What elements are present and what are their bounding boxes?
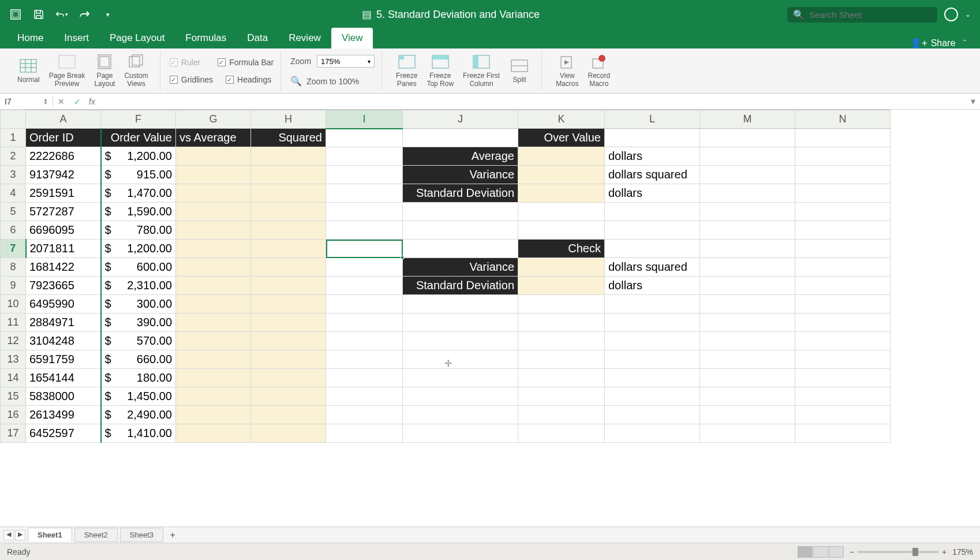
cell-J5[interactable] <box>403 203 518 221</box>
cell-M16[interactable] <box>700 406 795 424</box>
row-header-2[interactable]: 2 <box>1 147 26 166</box>
search-input[interactable] <box>809 10 932 20</box>
headings-checkbox[interactable]: Headings <box>226 74 271 85</box>
cell-K13[interactable] <box>518 350 605 369</box>
cell-N12[interactable] <box>795 332 891 350</box>
cell-A13[interactable]: 6591759 <box>26 350 101 369</box>
cell-G17[interactable] <box>176 424 251 443</box>
page-break-button[interactable]: Page Break Preview <box>44 51 90 89</box>
cell-K9[interactable] <box>518 277 605 295</box>
cell-H10[interactable] <box>251 295 326 313</box>
zoom-percent[interactable]: 175% <box>952 547 973 557</box>
cell-L2[interactable]: dollars <box>605 147 700 166</box>
cell-G3[interactable] <box>176 166 251 184</box>
cell-H9[interactable] <box>251 277 326 295</box>
cell-K10[interactable] <box>518 295 605 313</box>
col-header-A[interactable]: A <box>26 110 101 129</box>
spreadsheet-grid[interactable]: AFGHIJKLMN1Order IDOrder Valuevs Average… <box>0 110 980 443</box>
cell-M4[interactable] <box>700 184 795 203</box>
cell-F13[interactable]: $660.00 <box>101 350 176 369</box>
cell-G13[interactable] <box>176 350 251 369</box>
cell-H1[interactable]: Squared <box>251 129 326 147</box>
view-macros-button[interactable]: View Macros <box>551 51 583 89</box>
sheet-tab-1[interactable]: Sheet1 <box>28 528 72 542</box>
cell-F7[interactable]: $1,200.00 <box>101 240 176 258</box>
qat-dropdown-icon[interactable]: ▾ <box>102 8 114 21</box>
cell-A15[interactable]: 5838000 <box>26 387 101 406</box>
cell-I2[interactable] <box>326 147 403 166</box>
cell-K2[interactable] <box>518 147 605 166</box>
cell-N7[interactable] <box>795 240 891 258</box>
cancel-formula-icon[interactable]: ✕ <box>53 97 69 106</box>
zoom-slider[interactable]: − + <box>850 547 947 557</box>
add-sheet-button[interactable]: + <box>166 530 179 540</box>
cell-M9[interactable] <box>700 277 795 295</box>
cell-G9[interactable] <box>176 277 251 295</box>
cell-G5[interactable] <box>176 203 251 221</box>
cell-G7[interactable] <box>176 240 251 258</box>
formula-input[interactable] <box>99 94 966 109</box>
cell-I4[interactable] <box>326 184 403 203</box>
cell-I7[interactable] <box>326 240 403 258</box>
save-icon[interactable] <box>32 8 45 21</box>
zoom-in-icon[interactable]: + <box>942 547 947 557</box>
freeze-first-col-button[interactable]: Freeze First Column <box>458 51 504 89</box>
cell-L1[interactable] <box>605 129 700 147</box>
cell-F3[interactable]: $915.00 <box>101 166 176 184</box>
cell-A17[interactable]: 6452597 <box>26 424 101 443</box>
cell-J6[interactable] <box>403 221 518 240</box>
cell-K12[interactable] <box>518 332 605 350</box>
sheet-tab-3[interactable]: Sheet3 <box>120 528 163 542</box>
col-header-G[interactable]: G <box>176 110 251 129</box>
col-header-H[interactable]: H <box>251 110 326 129</box>
cell-I6[interactable] <box>326 221 403 240</box>
cell-N6[interactable] <box>795 221 891 240</box>
cell-F12[interactable]: $570.00 <box>101 332 176 350</box>
cell-H16[interactable] <box>251 406 326 424</box>
zoom-100-button[interactable]: 🔍 Zoom to 100% <box>290 76 359 87</box>
cell-G12[interactable] <box>176 332 251 350</box>
cell-G15[interactable] <box>176 387 251 406</box>
cell-G4[interactable] <box>176 184 251 203</box>
cell-L6[interactable] <box>605 221 700 240</box>
cell-I16[interactable] <box>326 406 403 424</box>
slider-track[interactable] <box>858 551 938 553</box>
cell-J11[interactable] <box>403 313 518 332</box>
custom-views-button[interactable]: Custom Views <box>119 51 152 89</box>
row-header-13[interactable]: 13 <box>1 350 26 369</box>
view-page-layout-icon[interactable] <box>813 546 828 558</box>
zoom-select[interactable]: 175%▾ <box>317 55 375 68</box>
cell-H15[interactable] <box>251 387 326 406</box>
cell-J15[interactable] <box>403 387 518 406</box>
name-box-stepper-icon[interactable]: ▲▼ <box>43 98 48 105</box>
cell-G16[interactable] <box>176 406 251 424</box>
cell-K8[interactable] <box>518 258 605 277</box>
cell-M12[interactable] <box>700 332 795 350</box>
cell-A9[interactable]: 7923665 <box>26 277 101 295</box>
freeze-top-row-button[interactable]: Freeze Top Row <box>422 51 458 89</box>
tab-home[interactable]: Home <box>7 28 54 48</box>
cell-F1[interactable]: Order Value <box>101 129 176 147</box>
cell-H7[interactable] <box>251 240 326 258</box>
col-header-J[interactable]: J <box>403 110 518 129</box>
cell-F5[interactable]: $1,590.00 <box>101 203 176 221</box>
tab-insert[interactable]: Insert <box>54 28 99 48</box>
cell-N14[interactable] <box>795 369 891 387</box>
cell-M2[interactable] <box>700 147 795 166</box>
col-header-K[interactable]: K <box>518 110 605 129</box>
cell-H12[interactable] <box>251 332 326 350</box>
cell-K17[interactable] <box>518 424 605 443</box>
cell-F8[interactable]: $600.00 <box>101 258 176 277</box>
cell-A4[interactable]: 2591591 <box>26 184 101 203</box>
cell-J7[interactable] <box>403 240 518 258</box>
cell-F6[interactable]: $780.00 <box>101 221 176 240</box>
cell-M10[interactable] <box>700 295 795 313</box>
cell-A16[interactable]: 2613499 <box>26 406 101 424</box>
cell-A7[interactable]: 2071811 <box>26 240 101 258</box>
row-header-6[interactable]: 6 <box>1 221 26 240</box>
cell-I9[interactable] <box>326 277 403 295</box>
cell-J13[interactable] <box>403 350 518 369</box>
col-header-N[interactable]: N <box>795 110 891 129</box>
cell-H4[interactable] <box>251 184 326 203</box>
row-header-7[interactable]: 7 <box>1 240 26 258</box>
